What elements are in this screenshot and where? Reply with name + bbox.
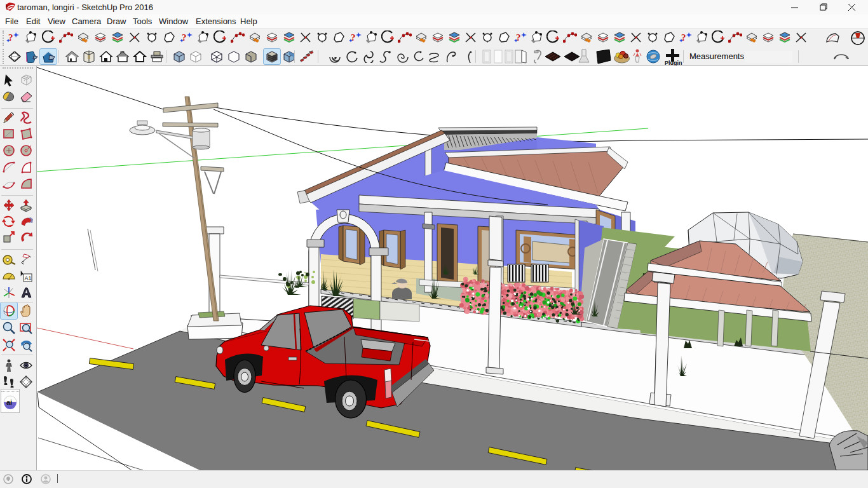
svg-text:ai: ai <box>6 398 12 406</box>
svg-text:?: ? <box>516 32 521 43</box>
svg-text:?: ? <box>182 32 187 43</box>
svg-text:?: ? <box>351 32 356 43</box>
svg-text:A1: A1 <box>25 275 32 281</box>
svg-text:?: ? <box>8 32 13 43</box>
svg-text:?: ? <box>681 32 686 43</box>
svg-text:Plugin: Plugin <box>665 60 682 65</box>
